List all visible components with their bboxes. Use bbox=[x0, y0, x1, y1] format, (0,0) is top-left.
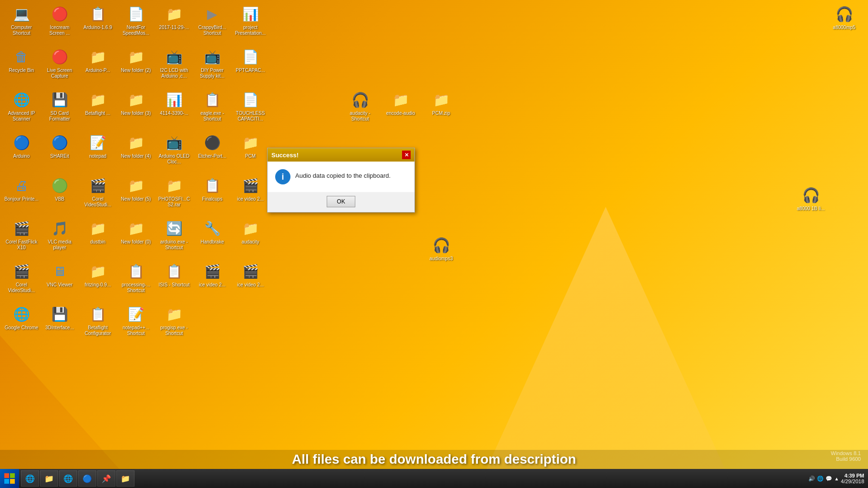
icon-newfolder5[interactable]: 📁 New folder (5) bbox=[117, 174, 155, 217]
icon-arduinooled[interactable]: 📺 Arduino OLED Cloc... bbox=[155, 131, 193, 174]
icon-label: eagle.exe - Shortcut bbox=[195, 111, 229, 122]
icon-vncviewer[interactable]: 🖥 VNC Viewer bbox=[41, 260, 79, 303]
icon-dustbin[interactable]: 📁 dustbin bbox=[79, 217, 117, 260]
4114-icon: 📊 bbox=[165, 90, 184, 109]
icon-icevideo2[interactable]: 🎬 ice video 2... bbox=[231, 174, 269, 217]
icon-newfolder2[interactable]: 📁 New folder (2) bbox=[117, 45, 155, 88]
icon-notepadpp[interactable]: 📝 notepad++... Shortcut bbox=[117, 303, 155, 346]
icon-etcher[interactable]: ⚫ Etcher-Port... bbox=[193, 131, 231, 174]
icon-audiomps3[interactable]: 🎧 audiomps3 bbox=[422, 234, 460, 276]
icon-newfolder0[interactable]: 📁 New folder (0) bbox=[117, 217, 155, 260]
taskbar-item-ie[interactable]: 🌐 bbox=[21, 470, 39, 487]
icon-pcm[interactable]: 📁 PCM bbox=[231, 131, 269, 174]
taskbar-item-folder[interactable]: 📁 bbox=[116, 470, 134, 487]
icon-label: a8000mp5 bbox=[833, 25, 855, 30]
dustbin-icon: 📁 bbox=[88, 219, 107, 238]
a8000-1b-icon: 🎧 bbox=[801, 185, 820, 204]
icon-audacity[interactable]: 📁 audacity bbox=[231, 217, 269, 260]
icon-crappybird[interactable]: ▶ CrappyBird... Shortcut bbox=[193, 2, 231, 45]
icon-label: Arduino OLED Cloc... bbox=[157, 153, 191, 165]
icon-label: Betaflight Configurator bbox=[81, 325, 115, 336]
arrow-icon[interactable]: ▲ bbox=[834, 476, 839, 481]
icon-i2clcd[interactable]: 📺 I2C LCD with Arduino ,c... bbox=[155, 45, 193, 88]
icon-label: PHOTOSFI...CS2.rar bbox=[157, 196, 191, 208]
icon-shareit[interactable]: 🔵 SHAREit bbox=[41, 131, 79, 174]
icon-label: 4114-3390-... bbox=[160, 111, 188, 116]
arduino-taskbar-icon: 🔵 bbox=[83, 474, 92, 483]
icon-betaflight[interactable]: 📁 Betaflight ... bbox=[79, 88, 117, 131]
icon-a8000-1b[interactable]: 🎧 a8000 1B li... bbox=[792, 183, 830, 226]
icon-handbrake[interactable]: 🔧 Handbrake bbox=[193, 217, 231, 260]
icon-progisp[interactable]: 📁 progisp.exe - Shortcut bbox=[155, 303, 193, 346]
taskbar-item-pin[interactable]: 📌 bbox=[97, 470, 115, 487]
icon-3dinterface[interactable]: 💾 3DInterface... bbox=[41, 303, 79, 346]
icon-diypower[interactable]: 📺 DIY Power Supply kit... bbox=[193, 45, 231, 88]
icon-label: PPTCAPAC... bbox=[236, 68, 265, 73]
icon-4114[interactable]: 📊 4114-3390-... bbox=[155, 88, 193, 131]
icon-2017folder[interactable]: 📁 2017-11-29-... bbox=[155, 2, 193, 45]
icon-corelvideostudi[interactable]: 🎬 Corel VideoStudi... bbox=[79, 174, 117, 217]
icon-vlc[interactable]: 🎵 VLC media player bbox=[41, 217, 79, 260]
icon-icevideo2c[interactable]: 🎬 ice video 2... bbox=[231, 260, 269, 303]
notepad-icon: 📝 bbox=[88, 133, 107, 152]
icon-processing[interactable]: 📋 processing-... Shortcut bbox=[117, 260, 155, 303]
arduino-icon: 🔵 bbox=[12, 133, 31, 152]
icon-arduinop[interactable]: 📁 Arduino-P... bbox=[79, 45, 117, 88]
folder2-icon: 📁 bbox=[126, 47, 145, 66]
icon-googlechrome[interactable]: 🌐 Google Chrome bbox=[2, 303, 41, 346]
progisp-icon: 📁 bbox=[165, 305, 184, 324]
taskbar-item-arduino[interactable]: 🔵 bbox=[78, 470, 96, 487]
icon-touchless[interactable]: 📄 TOUCHLESS CAPACITI... bbox=[231, 88, 269, 131]
icon-vbb[interactable]: 🟢 VBB bbox=[41, 174, 79, 217]
icon-project[interactable]: 📊 project Presentation... bbox=[231, 2, 269, 45]
icon-a8000mp5[interactable]: 🎧 a8000mp5 bbox=[825, 2, 863, 45]
icon-arduinoexe[interactable]: 🔄 arduino.exe - Shortcut bbox=[155, 217, 193, 260]
icon-corelfastflick[interactable]: 🎬 Corel FastFlick X10 bbox=[2, 217, 41, 260]
icon-finalcups[interactable]: 📋 Finalcups bbox=[193, 174, 231, 217]
icon-arduino[interactable]: 🔵 Arduino bbox=[2, 131, 41, 174]
windows-watermark: Windows 8.1 Build 9600 bbox=[831, 450, 861, 462]
icon-icevideo2b[interactable]: 🎬 ice video 2... bbox=[193, 260, 231, 303]
start-button[interactable] bbox=[0, 469, 19, 488]
icon-label: processing-... Shortcut bbox=[119, 282, 153, 294]
icon-isis[interactable]: 📋 ISIS - Shortcut bbox=[155, 260, 193, 303]
icon-fritzing[interactable]: 📁 fritzing-0.9... bbox=[79, 260, 117, 303]
icon-arduino169[interactable]: 📋 Arduino-1.6.9 bbox=[79, 2, 117, 45]
icon-bonjourprint[interactable]: 🖨 Bonjour Printe... bbox=[2, 174, 41, 217]
network-icon[interactable]: 🌐 bbox=[817, 476, 824, 482]
icon-needforspeed[interactable]: 📄 NeedFor SpeedMos... bbox=[117, 2, 155, 45]
icon-newfolder4[interactable]: 📁 New folder (4) bbox=[117, 131, 155, 174]
icon-betaflightconf[interactable]: 📋 Betaflight Configurator bbox=[79, 303, 117, 346]
icon-corelvideo[interactable]: 🎬 Corel VideoStudi... bbox=[2, 260, 41, 303]
icon-encode-audio[interactable]: 📁 encode-audio bbox=[382, 88, 420, 131]
icon-sdcard[interactable]: 💾 SD Card Formatter bbox=[41, 88, 79, 131]
icon-recyclebin[interactable]: 🗑 Recycle Bin bbox=[2, 45, 41, 88]
icon-pcmzip[interactable]: 📁 PCM.zip bbox=[422, 88, 460, 131]
icon-icecream[interactable]: 🔴 Icecream Screen ... bbox=[41, 2, 79, 45]
icon-eagle[interactable]: 📋 eagle.exe - Shortcut bbox=[193, 88, 231, 131]
audacity-icon: 📁 bbox=[241, 219, 260, 238]
icon-advancedip[interactable]: 🌐 Advanced IP Scanner bbox=[2, 88, 41, 131]
icon-label: fritzing-0.9... bbox=[84, 282, 111, 288]
icon-computer[interactable]: 💻 ComputerShortcut bbox=[2, 2, 41, 45]
icon-notepad[interactable]: 📝 notepad bbox=[79, 131, 117, 174]
icon-audacityshortcut[interactable]: 🎧 audacity - Shortcut bbox=[341, 88, 379, 131]
icon-newfolder3[interactable]: 📁 New folder (3) bbox=[117, 88, 155, 131]
arduino169-icon: 📋 bbox=[88, 4, 107, 23]
dialog-ok-button[interactable]: OK bbox=[327, 196, 355, 207]
icon-livecapture[interactable]: 🔴 Live Screen Capture bbox=[41, 45, 79, 88]
dialog-close-button[interactable]: ✕ bbox=[402, 151, 411, 159]
icon-label: Corel VideoStudi... bbox=[81, 196, 115, 208]
taskbar-right: 🔊 🌐 💬 ▲ 4:39 PM 4/29/2018 bbox=[805, 473, 868, 484]
volume-icon[interactable]: 🔊 bbox=[808, 476, 815, 482]
icon-label: ComputerShortcut bbox=[11, 25, 32, 36]
icon-pptcapac[interactable]: 📄 PPTCAPAC... bbox=[231, 45, 269, 88]
message-icon[interactable]: 💬 bbox=[826, 476, 832, 482]
icon-photoshop[interactable]: 📁 PHOTOSFI...CS2.rar bbox=[155, 174, 193, 217]
taskbar-clock[interactable]: 4:39 PM 4/29/2018 bbox=[841, 473, 864, 484]
taskbar-item-chrome[interactable]: 🌐 bbox=[59, 470, 77, 487]
taskbar-item-explorer[interactable]: 📁 bbox=[40, 470, 58, 487]
notepadpp-icon: 📝 bbox=[126, 305, 145, 324]
dialog-body: i Audio data copied to the clipboard. bbox=[268, 162, 414, 192]
icon-label: dustbin bbox=[90, 239, 105, 245]
